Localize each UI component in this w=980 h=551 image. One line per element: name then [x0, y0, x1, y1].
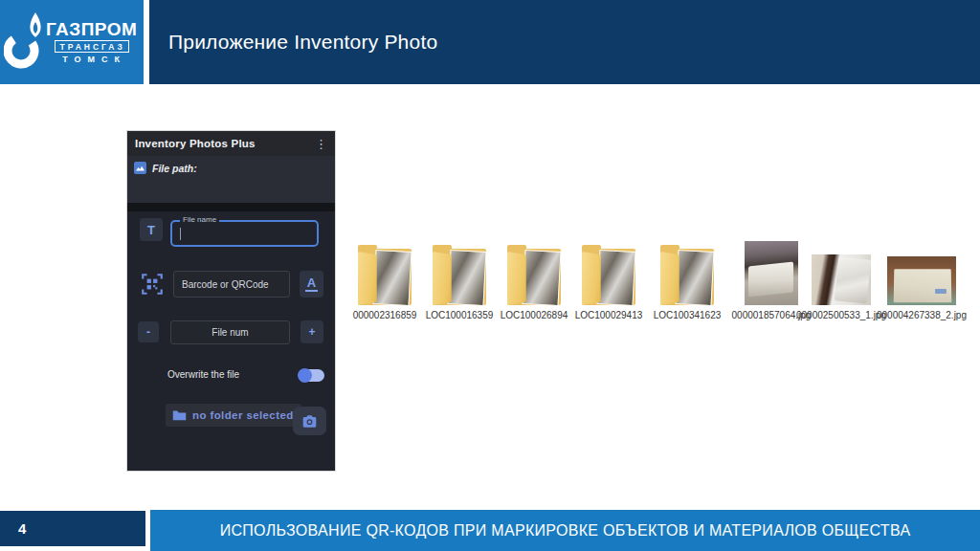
- file-name-label: File name: [180, 216, 219, 224]
- app-title: Inventory Photos Plus: [135, 138, 256, 149]
- gazprom-flame-icon: [4, 11, 48, 74]
- page-title: Приложение Inventory Photo: [149, 31, 437, 54]
- file-label: 000002316859: [353, 309, 417, 321]
- file-label: LOC100341623: [654, 309, 722, 321]
- page-number: 4: [0, 520, 26, 537]
- folder-icon: [507, 244, 561, 305]
- image-thumbnail: [887, 256, 956, 305]
- logo-city: ТОМСК: [56, 55, 126, 64]
- text-cursor: [180, 228, 181, 240]
- logo: ГАЗПРОМ ТРАНСГАЗ ТОМСК: [0, 0, 144, 84]
- image-thumbnail: [745, 241, 798, 305]
- footer-title: ИСПОЛЬЗОВАНИЕ QR-КОДОВ ПРИ МАРКИРОВКЕ ОБ…: [220, 522, 911, 540]
- app-toolbar: Inventory Photos Plus ⋮: [127, 131, 335, 156]
- camera-icon: [301, 414, 318, 429]
- text-mode-button[interactable]: T: [140, 218, 163, 241]
- file-item[interactable]: 000004267338_2.jpg: [872, 241, 971, 321]
- logo-text: ГАЗПРОМ ТРАНСГАЗ ТОМСК: [46, 20, 137, 64]
- footer-bar: ИСПОЛЬЗОВАНИЕ QR-КОДОВ ПРИ МАРКИРОВКЕ ОБ…: [150, 510, 980, 551]
- folder-icon: [433, 244, 486, 305]
- file-path-label: File path:: [152, 163, 197, 174]
- file-label: LOC100029413: [575, 309, 643, 321]
- kebab-menu-icon[interactable]: ⋮: [315, 138, 327, 150]
- folder-icon: [358, 244, 412, 305]
- file-label: 000004267338_2.jpg: [877, 309, 967, 321]
- overwrite-toggle[interactable]: [299, 369, 324, 382]
- folder-icon: [660, 244, 714, 305]
- file-label: LOC100026894: [501, 309, 568, 321]
- logo-subtitle: ТРАНСГАЗ: [55, 40, 129, 53]
- file-grid: 000002316859 LOC100016359 LOC100026894 L…: [0, 241, 980, 346]
- select-folder-button[interactable]: no folder selected: [166, 404, 301, 427]
- folder-icon: [172, 409, 187, 421]
- select-folder-label: no folder selected: [192, 409, 294, 421]
- file-icon-zone: [887, 241, 956, 305]
- file-icon-zone: [433, 241, 486, 305]
- file-icon-zone: [358, 241, 412, 305]
- folder-icon: [582, 244, 635, 305]
- presentation-slide: ГАЗПРОМ ТРАНСГАЗ ТОМСК Приложение Invent…: [0, 0, 980, 551]
- image-thumbnail: [812, 254, 871, 305]
- file-path-row: File path:: [127, 156, 335, 203]
- file-icon-zone: [582, 241, 635, 305]
- file-icon-zone: [507, 241, 561, 305]
- overwrite-label: Overwrite the file: [167, 369, 239, 380]
- file-icon-zone: [812, 241, 871, 305]
- page-number-block: 4: [0, 511, 145, 546]
- header-bar: Приложение Inventory Photo: [149, 0, 980, 84]
- app-divider: [127, 203, 335, 211]
- camera-button[interactable]: [293, 407, 326, 435]
- image-icon: [134, 162, 146, 174]
- file-icon-zone: [745, 241, 798, 305]
- logo-brand: ГАЗПРОМ: [46, 20, 137, 38]
- file-icon-zone: [660, 241, 714, 305]
- file-label: LOC100016359: [426, 309, 494, 321]
